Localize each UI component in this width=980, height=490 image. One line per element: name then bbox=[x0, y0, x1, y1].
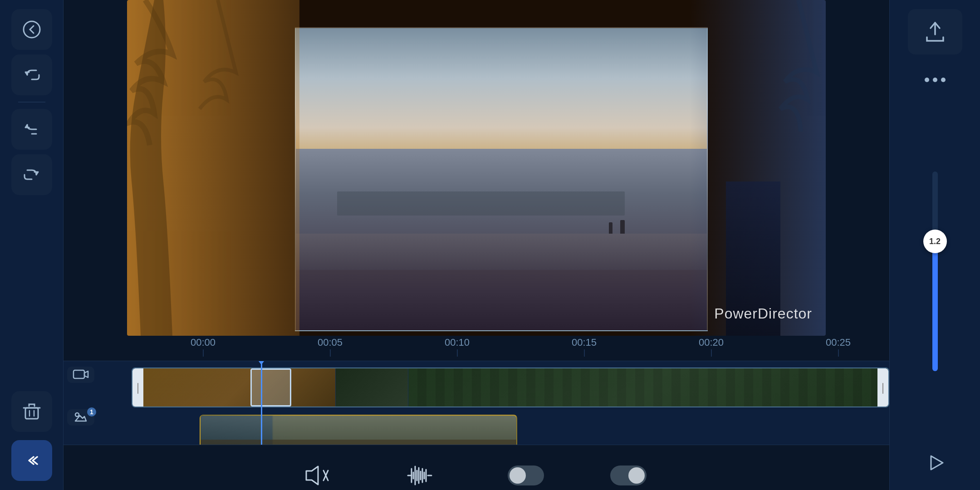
video-inner bbox=[295, 27, 708, 331]
video-track bbox=[118, 365, 889, 410]
track-thumb-2 bbox=[336, 368, 408, 407]
watermark: PowerDirector bbox=[714, 305, 812, 322]
ease-in-button[interactable]: Ease In bbox=[505, 457, 548, 490]
right-panel: 1.2 bbox=[889, 0, 980, 490]
mute-icon bbox=[298, 457, 334, 490]
volume-track[interactable]: 1.2 bbox=[932, 172, 938, 371]
overlay-track-1[interactable] bbox=[200, 415, 517, 445]
ruler-mark-0: 00:00 bbox=[191, 336, 216, 357]
keep-pitch-icon bbox=[401, 457, 437, 490]
video-track-strip[interactable] bbox=[132, 368, 889, 407]
track-controls: 1 bbox=[64, 361, 118, 445]
track-thumb-1 bbox=[143, 368, 336, 407]
svg-point-0 bbox=[24, 21, 40, 38]
tracks-content[interactable] bbox=[118, 361, 889, 445]
overlay-track-1-thumb bbox=[201, 416, 273, 445]
overlay-track-1-icon[interactable]: 1 bbox=[67, 409, 94, 426]
video-track-icon[interactable] bbox=[67, 367, 94, 383]
video-frame: PowerDirector bbox=[127, 0, 826, 336]
svg-rect-5 bbox=[74, 370, 84, 378]
timeline-tracks: 1 bbox=[64, 361, 889, 445]
svg-point-25 bbox=[941, 78, 946, 82]
ease-in-icon bbox=[508, 457, 544, 490]
ease-out-icon bbox=[610, 457, 647, 490]
delete-button[interactable] bbox=[11, 391, 52, 432]
ruler-mark-4: 00:20 bbox=[699, 336, 724, 357]
mute-button[interactable]: Mute bbox=[298, 457, 334, 490]
track-handle-left[interactable] bbox=[132, 368, 143, 407]
playhead[interactable] bbox=[261, 361, 262, 445]
volume-slider-container: 1.2 bbox=[932, 107, 938, 436]
more-options-button[interactable] bbox=[908, 62, 962, 98]
back-button[interactable] bbox=[11, 9, 52, 50]
main-content: PowerDirector 00:00 00:05 00:10 bbox=[64, 0, 889, 490]
timeline-area: 00:00 00:05 00:10 00:15 00:20 bbox=[64, 336, 889, 490]
playhead-handle[interactable] bbox=[257, 361, 265, 365]
track-handle-right[interactable] bbox=[877, 368, 888, 407]
bottom-toolbar: Mute bbox=[64, 445, 889, 490]
undo2-button[interactable] bbox=[11, 109, 52, 150]
ruler-inner: 00:00 00:05 00:10 00:15 00:20 bbox=[191, 336, 889, 361]
keep-pitch-button[interactable]: Keep Pitch bbox=[388, 457, 450, 490]
svg-point-24 bbox=[933, 78, 937, 82]
video-overlay-left bbox=[127, 0, 299, 336]
ruler-mark-2: 00:10 bbox=[445, 336, 470, 357]
export-button[interactable] bbox=[908, 9, 962, 54]
ease-out-button[interactable]: Ease Out bbox=[602, 457, 655, 490]
collapse-button[interactable] bbox=[11, 440, 52, 481]
ruler-mark-5: 00:25 bbox=[826, 336, 851, 357]
track-thumb-3 bbox=[408, 368, 888, 407]
track-selection bbox=[250, 368, 291, 407]
svg-point-23 bbox=[925, 78, 929, 82]
ruler-mark-1: 00:05 bbox=[318, 336, 343, 357]
volume-knob[interactable]: 1.2 bbox=[923, 230, 947, 253]
preview-area: PowerDirector bbox=[64, 0, 889, 336]
left-sidebar bbox=[0, 0, 64, 490]
svg-rect-1 bbox=[25, 408, 38, 419]
undo-button[interactable] bbox=[11, 54, 52, 95]
svg-marker-26 bbox=[931, 456, 943, 470]
timeline-ruler: 00:00 00:05 00:10 00:15 00:20 bbox=[64, 336, 889, 361]
play-button[interactable] bbox=[917, 445, 953, 481]
volume-fill bbox=[932, 241, 938, 371]
svg-point-6 bbox=[75, 413, 79, 416]
sidebar-divider-1 bbox=[18, 102, 45, 103]
redo-button[interactable] bbox=[11, 154, 52, 195]
ruler-mark-3: 00:15 bbox=[572, 336, 597, 357]
